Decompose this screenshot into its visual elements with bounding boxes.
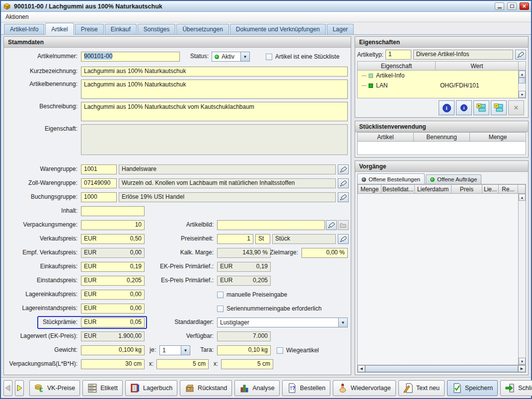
zielmarge-input[interactable]: 0,00 %: [302, 248, 348, 258]
tab-sonstiges[interactable]: Sonstiges: [138, 24, 176, 34]
col-benennung[interactable]: Benennung: [414, 132, 470, 142]
scroll-right-icon[interactable]: ▶: [518, 365, 526, 372]
col-menge[interactable]: Menge: [358, 184, 381, 194]
col-rechnung[interactable]: Re...: [499, 184, 518, 194]
artikelnummer-input[interactable]: 900101-00: [81, 52, 180, 62]
inhalt-input[interactable]: [81, 206, 145, 216]
einstandspreis-input[interactable]: EUR0,205: [81, 276, 145, 286]
col-lieferdatum[interactable]: Lieferdatum: [415, 184, 452, 194]
stueckliste-checkbox[interactable]: [266, 54, 272, 60]
tab-preise[interactable]: Preise: [75, 24, 104, 34]
analyse-button[interactable]: Analyse: [234, 380, 279, 396]
text-neu-button[interactable]: Text neu: [398, 380, 445, 396]
wiegeartikel-checkbox[interactable]: [277, 347, 283, 354]
add-property-button[interactable]: [473, 100, 489, 115]
schliessen-button[interactable]: Schließen: [500, 380, 532, 396]
artikeltyp-code-input[interactable]: 1: [385, 50, 411, 60]
scroll-down-icon[interactable]: ▼: [519, 358, 526, 365]
einkaufspreis-input[interactable]: EUR0,19: [81, 262, 145, 272]
artikelbild-input[interactable]: [217, 220, 325, 230]
artikelbild-lookup-button[interactable]: [326, 220, 337, 230]
stueckpraemie-input[interactable]: EUR0,05: [81, 318, 145, 327]
warengruppe-code-input[interactable]: 1001: [81, 164, 117, 174]
col-wert[interactable]: Wert: [436, 61, 519, 71]
tab-dokumente[interactable]: Dokumente und Verknüpfungen: [230, 24, 326, 34]
tab-offene-bestellungen[interactable]: Offene Bestellungen: [357, 173, 425, 184]
scroll-left-icon[interactable]: ◀: [358, 365, 365, 372]
je-dropdown-arrow-icon[interactable]: ▼: [181, 345, 190, 355]
lagereinstandspreis-input[interactable]: EUR0,00: [81, 304, 145, 314]
kurzbezeichnung-input[interactable]: Lachgummi aus 100% Naturkautschuk: [81, 67, 348, 77]
title-bar[interactable]: 900101-00 / Lachgummi aus 100% Naturkaut…: [1, 1, 531, 12]
artikeltyp-lookup-button[interactable]: [515, 50, 526, 60]
property-info-small-button[interactable]: i: [456, 100, 472, 115]
close-button[interactable]: ✕: [520, 2, 529, 10]
tab-artikel-info[interactable]: Artikel-Info: [4, 24, 44, 34]
tara-input[interactable]: 0,10 kg: [217, 345, 271, 355]
remove-property-button[interactable]: [491, 100, 507, 115]
verpackungsmass-l-input[interactable]: 30 cm: [81, 359, 145, 369]
vk-preise-button[interactable]: € VK-Preise: [29, 380, 80, 396]
tab-uebersetzungen[interactable]: Übersetzungen: [176, 24, 228, 34]
col-eigenschaft[interactable]: Eigenschaft: [357, 61, 436, 71]
wand-icon: [340, 180, 347, 187]
verpackungsmenge-input[interactable]: 10: [81, 220, 145, 230]
menu-aktionen[interactable]: Aktionen: [1, 12, 33, 21]
gewicht-input[interactable]: 0,100 kg: [81, 345, 145, 355]
zoll-warengruppe-lookup-button[interactable]: [338, 178, 349, 188]
scroll-up-icon[interactable]: ▲: [519, 71, 526, 78]
vorgaenge-hscrollbar[interactable]: ◀ ▶: [357, 365, 526, 373]
tree-row-artikel-info[interactable]: Artikel-Info: [358, 71, 518, 80]
status-dropdown[interactable]: Aktiv ▼: [212, 52, 250, 62]
tab-lager[interactable]: Lager: [327, 24, 354, 34]
eigenschaften-scrollbar[interactable]: ▲ ▼: [518, 71, 526, 98]
artikelbenennung-input[interactable]: Lachgummi aus 100% Naturkautschuk: [81, 80, 348, 99]
status-dropdown-arrow-icon[interactable]: ▼: [240, 52, 250, 62]
col-menge[interactable]: Menge: [470, 132, 526, 142]
preiseinheit-lookup-button[interactable]: [338, 234, 349, 244]
preiseinheit-input[interactable]: 1: [217, 234, 253, 244]
manuelle-preiseingabe-checkbox[interactable]: [217, 292, 224, 298]
beschreibung-input[interactable]: Lachgummi aus 100% Naturkautschuk vom Ka…: [81, 102, 348, 121]
scroll-down-icon[interactable]: ▼: [519, 91, 526, 98]
tree-row-lan[interactable]: LAN OHG/FDH/101: [358, 80, 518, 90]
buchungsgruppe-code-input[interactable]: 1000: [81, 192, 117, 202]
verkaufspreis-input[interactable]: EUR0,50: [81, 234, 145, 244]
nav-forward-button[interactable]: [15, 380, 24, 396]
minimize-button[interactable]: [495, 2, 504, 10]
standardlager-dropdown[interactable]: Lustiglager ▼: [217, 318, 348, 327]
col-artikel[interactable]: Artikel: [357, 132, 414, 142]
bestellen-button[interactable]: !? Bestellen: [282, 380, 330, 396]
scroll-thumb[interactable]: [365, 365, 518, 372]
col-bestelldatum[interactable]: Bestelldat...: [381, 184, 415, 194]
speichern-button[interactable]: Speichern: [447, 380, 498, 396]
preiseinheit-unit-code-input[interactable]: St: [255, 234, 270, 244]
tab-artikel[interactable]: Artikel: [45, 23, 74, 35]
lagereinkaufspreis-input[interactable]: EUR0,00: [81, 290, 145, 300]
stueckliste-checkbox-row: Artikel ist eine Stückliste: [266, 52, 339, 62]
col-lieferant[interactable]: Lie...: [482, 184, 499, 194]
scroll-thumb[interactable]: [519, 78, 526, 83]
warengruppe-lookup-button[interactable]: [338, 164, 349, 174]
standardlager-dropdown-arrow-icon[interactable]: ▼: [338, 318, 348, 327]
vorgaenge-empty-body: [358, 194, 518, 365]
scroll-up-icon[interactable]: ▲: [519, 194, 526, 201]
property-info-button[interactable]: i: [439, 100, 455, 115]
lagerbuch-button[interactable]: Lagerbuch: [125, 380, 177, 396]
verpackungsmass-b-input[interactable]: 5 cm: [156, 359, 209, 369]
rueckstand-button[interactable]: Rückstand: [180, 380, 232, 396]
wiedervorlage-button[interactable]: Wiedervorlage: [333, 380, 396, 396]
vorgaenge-vscrollbar[interactable]: ▲ ▼: [518, 194, 526, 365]
tab-einkauf[interactable]: Einkauf: [105, 24, 137, 34]
stammdaten-form: Artikelnummer: 900101-00 Status: Aktiv ▼…: [4, 48, 351, 375]
buchungsgruppe-lookup-button[interactable]: [338, 192, 349, 202]
seriennummern-checkbox[interactable]: [217, 306, 224, 312]
je-dropdown[interactable]: 1 ▼: [159, 345, 190, 355]
col-preis[interactable]: Preis: [452, 184, 482, 194]
restore-button[interactable]: [507, 2, 517, 10]
verpackungsmass-h-input[interactable]: 5 cm: [221, 359, 273, 369]
zoll-warengruppe-code-input[interactable]: 07149090: [81, 178, 117, 188]
tab-offene-auftraege[interactable]: Offene Aufträge: [426, 174, 481, 184]
kalk-marge-label: Kalk. Marge:: [154, 249, 214, 256]
etikett-button[interactable]: Etikett: [82, 380, 123, 396]
